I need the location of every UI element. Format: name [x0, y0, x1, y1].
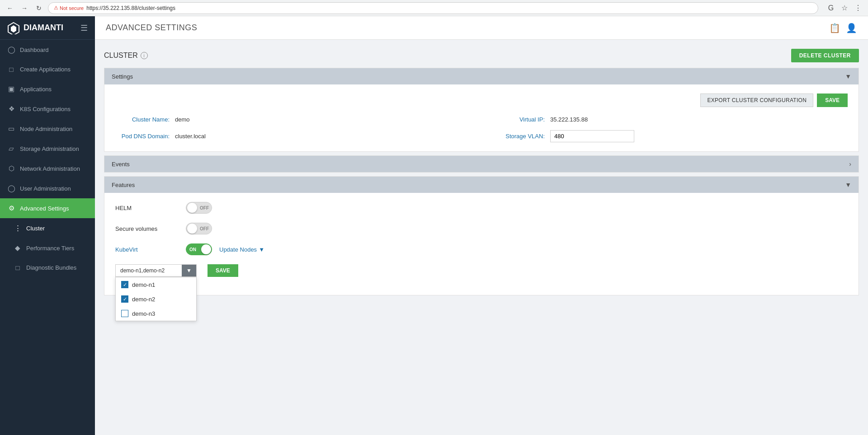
- create-applications-icon: □: [7, 65, 15, 73]
- kubevirt-label: KubeVirt: [115, 246, 179, 253]
- extensions-button[interactable]: G: [826, 3, 836, 14]
- pod-dns-label: Pod DNS Domain:: [115, 133, 170, 140]
- demo-n1-checkbox[interactable]: [121, 281, 128, 288]
- sidebar-item-label: Network Administration: [20, 165, 80, 172]
- cluster-title: CLUSTER i: [104, 51, 148, 60]
- secure-volumes-toggle-text: OFF: [200, 226, 209, 231]
- features-title: Features: [112, 182, 135, 188]
- k8s-icon: ❖: [7, 105, 15, 113]
- back-button[interactable]: ←: [5, 3, 15, 14]
- sidebar-logo: DIAMANTI ☰: [0, 16, 95, 40]
- sidebar-item-user-administration[interactable]: ◯ User Administration: [0, 178, 95, 198]
- settings-icon: ⚙: [7, 204, 15, 212]
- export-config-button[interactable]: EXPORT CLUSTER CONFIGURATION: [700, 94, 813, 107]
- sidebar-item-k8s[interactable]: ❖ K8S Configurations: [0, 99, 95, 119]
- secure-volumes-toggle-knob: [187, 224, 197, 234]
- performance-icon: ◆: [14, 244, 22, 252]
- sidebar-item-dashboard[interactable]: ◯ Dashboard: [0, 40, 95, 60]
- forward-button[interactable]: →: [19, 3, 30, 14]
- main-content: ADVANCED SETTINGS 📋 👤 CLUSTER i DELETE C…: [95, 16, 868, 435]
- node-icon: ▭: [7, 125, 15, 133]
- update-nodes-label: Update Nodes: [219, 246, 257, 253]
- settings-section-header[interactable]: Settings ▼: [104, 68, 859, 84]
- notifications-button[interactable]: 📋: [829, 23, 840, 33]
- kubevirt-toggle-text: ON: [189, 247, 196, 252]
- sidebar-item-performance-tiers[interactable]: ◆ Performance Tiers: [0, 238, 95, 258]
- helm-label: HELM: [115, 205, 179, 211]
- svg-marker-1: [11, 25, 16, 33]
- demo-n2-checkbox[interactable]: [121, 295, 128, 303]
- sidebar-item-storage-administration[interactable]: ▱ Storage Administration: [0, 139, 95, 159]
- sidebar-item-node-administration[interactable]: ▭ Node Administration: [0, 119, 95, 139]
- sidebar-item-network-administration[interactable]: ⬡ Network Administration: [0, 159, 95, 178]
- cluster-header: CLUSTER i DELETE CLUSTER: [104, 49, 859, 62]
- sidebar-item-label: Create Applications: [20, 66, 71, 73]
- cluster-name-value: demo: [175, 116, 190, 123]
- menu-button[interactable]: ⋮: [853, 3, 863, 14]
- demo-n3-checkbox[interactable]: [121, 310, 128, 317]
- helm-feature-row: HELM OFF: [115, 202, 848, 214]
- cluster-title-text: CLUSTER: [104, 51, 138, 60]
- sidebar-item-advanced-settings[interactable]: ⚙ Advanced Settings: [0, 198, 95, 218]
- kubevirt-toggle[interactable]: ON: [186, 243, 212, 255]
- pod-dns-value: cluster.local: [175, 133, 206, 140]
- network-icon: ⬡: [7, 164, 15, 173]
- user-profile-button[interactable]: 👤: [846, 23, 857, 33]
- sidebar-nav: ◯ Dashboard □ Create Applications ▣ Appl…: [0, 40, 95, 435]
- virtual-ip-label: Virtual IP:: [491, 116, 545, 123]
- url-text: https://35.222.135.88/cluster-settings: [86, 5, 175, 11]
- sidebar-item-create-applications[interactable]: □ Create Applications: [0, 60, 95, 79]
- secure-volumes-toggle[interactable]: OFF: [186, 223, 212, 234]
- helm-toggle[interactable]: OFF: [186, 202, 212, 214]
- sidebar-item-label: User Administration: [20, 185, 71, 192]
- sidebar-item-diagnostic-bundles[interactable]: □ Diagnostic Bundles: [0, 258, 95, 277]
- kubevirt-toggle-knob: [201, 244, 211, 254]
- menu-toggle-button[interactable]: ☰: [80, 23, 88, 33]
- sidebar-item-label: Node Administration: [20, 126, 72, 132]
- features-save-button[interactable]: SAVE: [208, 264, 238, 277]
- features-panel: Features ▼ HELM OFF Secure volumes: [104, 176, 859, 295]
- content-area: CLUSTER i DELETE CLUSTER Settings ▼ EXPO…: [95, 40, 868, 435]
- features-section-header[interactable]: Features ▼: [104, 177, 859, 193]
- sidebar-item-cluster[interactable]: ⋮ Cluster: [0, 218, 95, 238]
- sidebar-item-label: K8S Configurations: [20, 106, 71, 112]
- top-header: ADVANCED SETTINGS 📋 👤: [95, 16, 868, 40]
- logo-icon: [7, 22, 20, 34]
- helm-toggle-text: OFF: [200, 206, 209, 210]
- events-collapse-icon: ›: [849, 160, 851, 168]
- sidebar-item-label: Dashboard: [20, 47, 49, 53]
- bookmark-button[interactable]: ☆: [839, 3, 850, 14]
- dashboard-icon: ◯: [7, 46, 15, 54]
- secure-volumes-feature-row: Secure volumes OFF: [115, 223, 848, 234]
- node-selector-arrow[interactable]: ▼: [182, 265, 196, 276]
- refresh-button[interactable]: ↻: [33, 3, 44, 14]
- delete-cluster-button[interactable]: DELETE CLUSTER: [791, 49, 859, 62]
- browser-chrome: ← → ↻ ⚠ Not secure https://35.222.135.88…: [0, 0, 868, 16]
- node-selector-text: demo-n1,demo-n2: [116, 265, 182, 276]
- storage-vlan-input[interactable]: [550, 130, 634, 142]
- events-panel: Events ›: [104, 155, 859, 173]
- sidebar: DIAMANTI ☰ ◯ Dashboard □ Create Applicat…: [0, 16, 95, 435]
- sidebar-item-applications[interactable]: ▣ Applications: [0, 79, 95, 99]
- events-title: Events: [112, 161, 130, 168]
- settings-save-button[interactable]: SAVE: [817, 94, 848, 107]
- demo-n2-label: demo-n2: [132, 296, 155, 303]
- node-dropdown-item-demo-n2[interactable]: demo-n2: [116, 292, 196, 306]
- node-dropdown-item-demo-n3[interactable]: demo-n3: [116, 306, 196, 321]
- features-collapse-icon: ▼: [845, 181, 851, 188]
- node-dropdown-list: demo-n1 demo-n2 demo-n3: [115, 277, 197, 321]
- update-nodes-button[interactable]: Update Nodes ▼: [219, 246, 264, 253]
- events-section-header[interactable]: Events ›: [104, 156, 859, 172]
- url-bar: ⚠ Not secure https://35.222.135.88/clust…: [48, 2, 818, 14]
- logo-label: DIAMANTI: [24, 23, 63, 33]
- demo-n3-label: demo-n3: [132, 310, 155, 317]
- sidebar-item-label: Diagnostic Bundles: [26, 264, 76, 271]
- warning-icon: ⚠: [54, 5, 58, 11]
- cluster-name-row: Cluster Name: demo: [115, 116, 472, 123]
- node-dropdown-item-demo-n1[interactable]: demo-n1: [116, 277, 196, 292]
- sidebar-item-label: Applications: [20, 86, 52, 93]
- demo-n1-label: demo-n1: [132, 281, 155, 288]
- storage-vlan-label: Storage VLAN:: [491, 133, 545, 140]
- sidebar-item-label: Storage Administration: [20, 145, 79, 152]
- cluster-info-icon[interactable]: i: [141, 52, 148, 59]
